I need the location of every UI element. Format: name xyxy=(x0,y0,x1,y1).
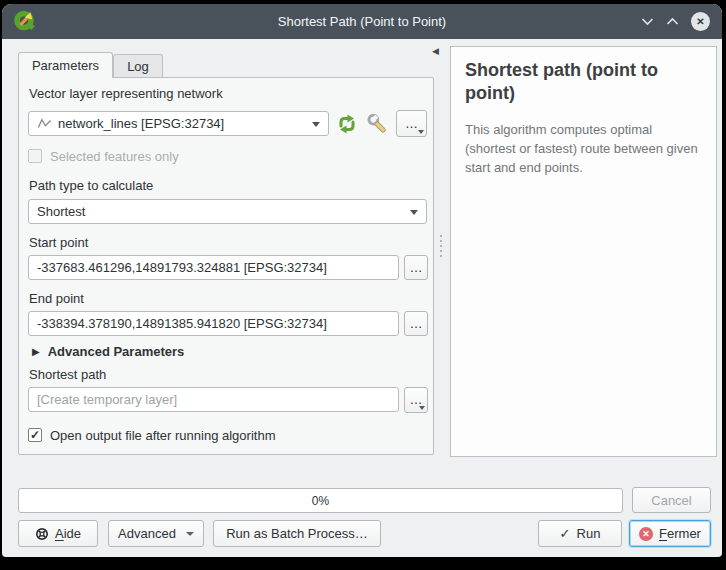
network-layer-label: Vector layer representing network xyxy=(29,86,223,101)
tab-log-label: Log xyxy=(127,59,149,74)
triangle-right-icon: ▶ xyxy=(32,346,40,357)
batch-process-label: Run as Batch Process… xyxy=(226,526,368,541)
advanced-button-label: Advanced xyxy=(118,526,176,541)
chevron-up-icon xyxy=(666,16,679,27)
minimize-button[interactable] xyxy=(641,16,654,27)
path-type-value: Shortest xyxy=(37,204,418,219)
maximize-button[interactable] xyxy=(666,16,679,27)
close-icon: ✕ xyxy=(696,16,704,27)
output-label: Shortest path xyxy=(29,367,106,382)
output-browse-button[interactable]: … xyxy=(404,387,428,413)
selected-features-checkbox[interactable] xyxy=(28,149,42,163)
check-icon: ✓ xyxy=(560,526,571,541)
splitter-collapse-arrow[interactable]: ◀ xyxy=(432,46,439,56)
help-panel: Shortest path (point to point) This algo… xyxy=(450,46,717,457)
dialog-window: Shortest Path (Point to Point) ✕ Paramet… xyxy=(2,4,722,557)
splitter-handle[interactable] xyxy=(440,235,442,257)
chevron-down-icon xyxy=(641,16,654,27)
lifebuoy-help-icon xyxy=(35,527,49,541)
network-layer-browse-button[interactable]: … xyxy=(396,110,427,137)
wrench-icon xyxy=(365,112,389,136)
output-input[interactable] xyxy=(28,387,399,412)
help-button[interactable]: Aide xyxy=(18,520,98,547)
chevron-down-icon xyxy=(312,122,320,127)
path-type-label: Path type to calculate xyxy=(29,178,153,193)
submenu-arrow-icon xyxy=(419,406,425,410)
window-title: Shortest Path (Point to Point) xyxy=(2,14,722,29)
ellipsis-icon: … xyxy=(405,119,418,129)
titlebar: Shortest Path (Point to Point) ✕ xyxy=(2,4,722,39)
end-point-label: End point xyxy=(29,291,84,306)
help-description: This algorithm computes optimal (shortes… xyxy=(465,121,702,178)
selected-features-label: Selected features only xyxy=(50,149,179,164)
tab-parameters[interactable]: Parameters xyxy=(18,52,113,78)
iterate-button[interactable] xyxy=(333,110,360,137)
open-output-label: Open output file after running algorithm xyxy=(50,428,275,443)
ellipsis-icon: … xyxy=(410,319,423,329)
tab-parameters-label: Parameters xyxy=(32,58,99,73)
submenu-arrow-icon xyxy=(418,130,424,134)
help-button-label: Aide xyxy=(55,526,81,541)
iterate-icon xyxy=(335,112,359,136)
line-layer-icon xyxy=(37,117,52,131)
edit-layer-button[interactable] xyxy=(363,110,390,137)
close-dialog-button[interactable]: ✕ Fermer xyxy=(629,520,711,547)
network-layer-select[interactable]: network_lines [EPSG:32734] xyxy=(28,111,329,136)
close-red-icon: ✕ xyxy=(639,527,653,541)
run-button-label: Run xyxy=(577,526,601,541)
chevron-down-icon xyxy=(410,210,418,215)
advanced-button[interactable]: Advanced xyxy=(108,520,204,547)
cancel-label: Cancel xyxy=(651,493,691,508)
chevron-down-icon xyxy=(186,532,194,536)
open-output-checkbox[interactable]: ✓ xyxy=(28,428,42,442)
progress-bar: 0% xyxy=(18,488,623,513)
advanced-parameters-label: Advanced Parameters xyxy=(48,344,185,359)
path-type-select[interactable]: Shortest xyxy=(28,199,427,224)
help-title: Shortest path (point to point) xyxy=(465,59,702,105)
ellipsis-icon: … xyxy=(410,395,423,405)
start-point-label: Start point xyxy=(29,235,88,250)
start-point-browse-button[interactable]: … xyxy=(404,255,428,280)
network-layer-value: network_lines [EPSG:32734] xyxy=(58,116,320,131)
end-point-browse-button[interactable]: … xyxy=(404,311,428,336)
close-dialog-label: Fermer xyxy=(659,526,701,541)
end-point-input[interactable] xyxy=(28,311,399,336)
tab-log[interactable]: Log xyxy=(113,54,163,78)
ellipsis-icon: … xyxy=(410,263,423,273)
run-button[interactable]: ✓ Run xyxy=(538,520,622,547)
check-icon: ✓ xyxy=(30,428,40,442)
batch-process-button[interactable]: Run as Batch Process… xyxy=(213,520,381,547)
start-point-input[interactable] xyxy=(28,255,399,280)
cancel-button[interactable]: Cancel xyxy=(632,487,711,513)
window-close-button[interactable]: ✕ xyxy=(691,12,710,31)
advanced-parameters-toggle[interactable]: ▶ Advanced Parameters xyxy=(32,344,184,359)
progress-label: 0% xyxy=(312,494,329,508)
